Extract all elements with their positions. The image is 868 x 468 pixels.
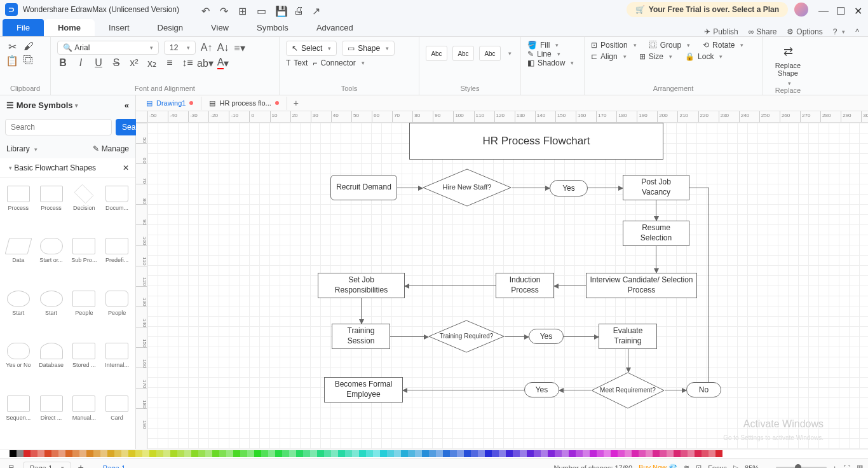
cut-icon[interactable]: ✂: [6, 41, 18, 52]
color-swatch[interactable]: [149, 450, 156, 457]
replace-shape-button[interactable]: ⇄ Replace Shape ▾: [769, 45, 807, 86]
color-swatch[interactable]: [114, 450, 121, 457]
color-swatch[interactable]: [177, 450, 184, 457]
node-recruit[interactable]: Recruit Demand: [330, 175, 397, 200]
color-swatch[interactable]: [702, 450, 709, 457]
color-swatch[interactable]: [611, 450, 618, 457]
color-swatch[interactable]: [331, 450, 338, 457]
node-yes-3[interactable]: Yes: [524, 382, 559, 397]
focus-button[interactable]: Focus: [708, 464, 727, 469]
color-swatch[interactable]: [660, 450, 667, 457]
redo-icon[interactable]: ↷: [220, 5, 229, 14]
decrease-font-icon[interactable]: A↓: [217, 42, 229, 53]
color-swatch[interactable]: [499, 450, 506, 457]
color-swatch[interactable]: [310, 450, 317, 457]
color-swatch[interactable]: [135, 450, 142, 457]
font-size-select[interactable]: 12▾: [164, 41, 196, 55]
color-swatch[interactable]: [338, 450, 345, 457]
color-swatch[interactable]: [24, 450, 31, 457]
node-post-job[interactable]: Post Job Vacancy: [623, 175, 689, 200]
shape-item[interactable]: Start or...: [36, 235, 67, 286]
color-swatch[interactable]: [219, 450, 226, 457]
doc-tab-1[interactable]: ▤Drawing1: [139, 97, 201, 110]
shape-item[interactable]: Stored ...: [69, 340, 100, 391]
tab-design[interactable]: Design: [144, 19, 197, 36]
color-swatch[interactable]: [674, 450, 681, 457]
color-swatch[interactable]: [37, 450, 44, 457]
export-icon[interactable]: ↗: [312, 5, 321, 14]
strikethrough-icon[interactable]: S: [111, 57, 122, 69]
library-dropdown[interactable]: Library ▾: [6, 144, 37, 153]
flowchart-title[interactable]: HR Process Flowchart: [409, 123, 663, 160]
styles-more-icon[interactable]: ▾: [508, 50, 512, 57]
color-swatch[interactable]: [142, 450, 149, 457]
shape-item[interactable]: People: [101, 288, 133, 339]
shape-item[interactable]: Sub Pro...: [69, 235, 100, 286]
node-no[interactable]: No: [686, 382, 721, 397]
node-interview[interactable]: Interview Candidate/ Selection Process: [586, 273, 697, 298]
color-swatch[interactable]: [366, 450, 373, 457]
color-swatch[interactable]: [86, 450, 93, 457]
highlight-icon[interactable]: ab▾: [200, 57, 211, 69]
shape-item[interactable]: Docum...: [101, 183, 133, 234]
fit-icon[interactable]: ⊡: [696, 464, 702, 468]
color-swatch[interactable]: [107, 450, 114, 457]
tab-file[interactable]: File: [3, 19, 44, 36]
position-button[interactable]: ⊡Position▾: [591, 41, 637, 50]
fill-button[interactable]: 🪣Fill▾: [527, 41, 578, 50]
color-swatch[interactable]: [639, 450, 646, 457]
color-swatch[interactable]: [569, 450, 576, 457]
buy-now-link[interactable]: Buy Now 💎: [639, 464, 677, 468]
color-swatch[interactable]: [128, 450, 135, 457]
shape-item[interactable]: Start: [36, 288, 67, 339]
zoom-in-button[interactable]: +: [833, 464, 837, 469]
color-swatch[interactable]: [72, 450, 79, 457]
shape-item[interactable]: Internal...: [101, 340, 133, 391]
color-swatch[interactable]: [534, 450, 541, 457]
size-button[interactable]: ⊞Size▾: [639, 52, 672, 61]
shape-tool[interactable]: ▭Shape▾: [342, 41, 395, 56]
shape-item[interactable]: Yes or No: [3, 340, 34, 391]
style-sample-2[interactable]: Abc: [452, 46, 474, 61]
node-yes-1[interactable]: Yes: [550, 180, 588, 196]
color-swatch[interactable]: [618, 450, 625, 457]
color-swatch[interactable]: [324, 450, 331, 457]
shape-item[interactable]: Process: [36, 183, 67, 234]
shapes-section-header[interactable]: ▾ Basic Flowchart Shapes ✕: [0, 158, 135, 178]
font-color-icon[interactable]: A▾: [217, 57, 229, 69]
line-button[interactable]: ✎Line▾: [527, 50, 578, 59]
color-swatch[interactable]: [555, 450, 562, 457]
color-swatch[interactable]: [163, 450, 170, 457]
manage-button[interactable]: ✎ Manage: [93, 144, 129, 153]
help-button[interactable]: ?▾: [833, 27, 846, 36]
color-swatch[interactable]: [65, 450, 72, 457]
color-swatch[interactable]: [471, 450, 478, 457]
layers-icon[interactable]: ≋: [684, 464, 689, 468]
color-swatch[interactable]: [715, 450, 722, 457]
color-swatch[interactable]: [352, 450, 359, 457]
copy-icon[interactable]: ⿻: [23, 55, 34, 66]
fullscreen-icon[interactable]: ⛶: [843, 464, 850, 469]
underline-icon[interactable]: U: [93, 57, 104, 69]
user-avatar[interactable]: [794, 3, 808, 17]
shape-item[interactable]: Data: [3, 235, 34, 286]
color-swatch[interactable]: [184, 450, 191, 457]
font-name-select[interactable]: 🔍 Arial▾: [57, 41, 159, 55]
shape-item[interactable]: Database: [36, 340, 67, 391]
bold-icon[interactable]: B: [57, 57, 69, 69]
color-swatch[interactable]: [79, 450, 86, 457]
color-swatch[interactable]: [170, 450, 177, 457]
color-swatch[interactable]: [289, 450, 296, 457]
tab-symbols[interactable]: Symbols: [243, 19, 302, 36]
color-swatch[interactable]: [464, 450, 471, 457]
node-training-session[interactable]: Training Session: [332, 324, 390, 349]
color-swatch[interactable]: [387, 450, 394, 457]
format-painter-icon[interactable]: 🖌: [23, 41, 34, 52]
color-swatch[interactable]: [541, 450, 548, 457]
color-swatch[interactable]: [422, 450, 429, 457]
color-swatch[interactable]: [443, 450, 450, 457]
color-swatch[interactable]: [373, 450, 380, 457]
color-swatch[interactable]: [527, 450, 534, 457]
color-swatch[interactable]: [415, 450, 422, 457]
color-swatch[interactable]: [191, 450, 198, 457]
